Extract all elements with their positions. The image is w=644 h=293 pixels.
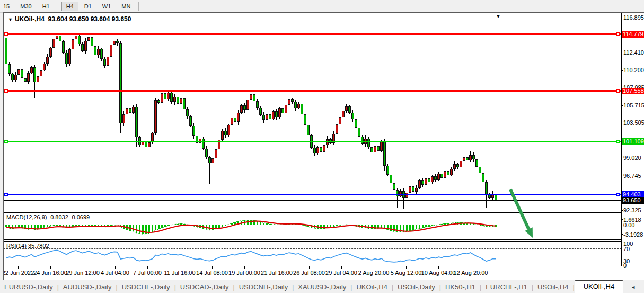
candle xyxy=(479,167,481,173)
macd-histogram-bar xyxy=(142,225,144,234)
macd-tick-mark xyxy=(621,225,623,225)
candle xyxy=(129,108,131,112)
candle xyxy=(275,111,278,117)
candle xyxy=(339,117,341,124)
resistance-upper-line[interactable] xyxy=(4,33,621,35)
chart-title: ▼UKOil-,H4 93.604 93.650 93.604 93.650 xyxy=(8,15,131,23)
tab-usdchf-daily[interactable]: USDCHF-,Daily xyxy=(118,281,174,293)
macd-histogram-bar xyxy=(161,225,163,228)
candle xyxy=(266,114,268,120)
macd-histogram-bar xyxy=(355,225,357,226)
candle xyxy=(161,93,163,103)
support-blue-marker[interactable] xyxy=(4,193,8,196)
macd-histogram-bar xyxy=(454,223,455,225)
candle xyxy=(240,105,243,112)
candle xyxy=(183,98,186,109)
macd-histogram-bar xyxy=(199,225,201,228)
macd-panel[interactable]: MACD(12,26,9) -0.8032 -0.0699 xyxy=(4,213,621,239)
price-panel[interactable]: ▼ xyxy=(4,13,621,211)
timeframe-button-mn[interactable]: MN xyxy=(117,2,135,11)
tab-ukoil-h4[interactable]: UKOil-,H4 xyxy=(575,280,624,293)
candle xyxy=(33,67,36,82)
candle xyxy=(374,146,376,152)
resistance-lower-line[interactable] xyxy=(4,90,621,92)
chart-shift-marker-icon[interactable]: ▼ xyxy=(496,13,501,19)
tab-usdcnh-daily[interactable]: USDCNH-,Daily xyxy=(235,281,292,293)
tab-hk50-h1[interactable]: HK50-,H1 xyxy=(441,281,480,293)
candle xyxy=(262,115,265,120)
rsi-panel[interactable]: RSI(14) 35.7802 xyxy=(4,242,621,266)
time-tick-mark xyxy=(212,266,213,269)
support-green-marker[interactable] xyxy=(616,140,620,143)
macd-histogram-bar xyxy=(263,223,264,225)
macd-histogram-bar xyxy=(91,225,93,226)
macd-histogram-bar xyxy=(266,223,268,225)
timeframe-button-15[interactable]: 15 xyxy=(0,2,14,11)
macd-histogram-bar xyxy=(253,220,255,225)
macd-histogram-bar xyxy=(374,225,376,229)
tab-xauusd-daily[interactable]: XAUUSD-,Daily xyxy=(294,281,350,293)
tab-audusd-daily[interactable]: AUDUSD-,Daily xyxy=(59,281,116,293)
candle xyxy=(202,139,205,149)
macd-histogram-bar xyxy=(183,224,185,225)
time-axis[interactable]: 22 Jun 202224 Jun 16:0029 Jun 12:004 Jul… xyxy=(4,266,621,280)
time-tick-mark xyxy=(277,266,277,269)
tab-scroll-arrows[interactable]: ◄ ► xyxy=(631,285,644,290)
macd-histogram-bar xyxy=(304,225,306,226)
tab-usdcad-daily[interactable]: USDCAD-,Daily xyxy=(176,281,233,293)
macd-histogram-bar xyxy=(53,225,55,226)
macd-histogram-bar xyxy=(101,225,102,226)
candle xyxy=(437,174,440,180)
support-blue-line[interactable] xyxy=(4,194,621,195)
tab-eurchf-h1[interactable]: EURCHF-,H1 xyxy=(481,281,532,293)
macd-axis-tick: -3.1928 xyxy=(623,231,643,238)
macd-histogram-bar xyxy=(330,225,331,228)
macd-histogram-bar xyxy=(228,225,230,225)
resistance-lower-marker[interactable] xyxy=(4,89,8,93)
macd-histogram-bar xyxy=(272,225,274,225)
macd-histogram-bar xyxy=(311,225,312,228)
time-tick-mark xyxy=(406,266,407,269)
price-axis[interactable]: 116.895112.410110.200107.985105.715103.5… xyxy=(622,13,644,280)
candle xyxy=(256,101,259,108)
tab-usoil-daily[interactable]: USOil-,Daily xyxy=(393,281,439,293)
candle xyxy=(447,171,449,175)
chevron-down-icon[interactable]: ▼ xyxy=(8,17,13,22)
candle xyxy=(186,109,189,116)
macd-histogram-bar xyxy=(237,221,239,225)
candle xyxy=(180,98,182,104)
tab-eurusd-daily[interactable]: EURUSD-,Daily xyxy=(0,281,57,293)
resistance-upper-marker[interactable] xyxy=(4,32,8,36)
resistance-upper-marker[interactable] xyxy=(616,32,620,36)
macd-histogram-bar xyxy=(451,223,452,224)
candle xyxy=(367,139,370,147)
timeframe-button-h1[interactable]: H1 xyxy=(38,2,55,11)
candle xyxy=(113,41,116,45)
macd-histogram-bar xyxy=(447,223,449,225)
candle xyxy=(59,36,61,42)
macd-histogram-bar xyxy=(314,225,315,229)
timeframe-button-m30[interactable]: M30 xyxy=(15,2,36,11)
timeframe-button-w1[interactable]: W1 xyxy=(98,2,116,11)
timeframe-button-h4[interactable]: H4 xyxy=(61,2,78,11)
resistance-lower-marker[interactable] xyxy=(616,89,620,93)
timeframe-button-d1[interactable]: D1 xyxy=(80,2,96,11)
price-tick: 105.715 xyxy=(623,102,644,108)
candle xyxy=(211,158,214,163)
macd-histogram-bar xyxy=(37,225,39,229)
tab-ukoil-h4[interactable]: UKOil-,H4 xyxy=(352,281,392,293)
candle xyxy=(291,99,294,102)
macd-histogram-bar xyxy=(295,224,296,225)
macd-histogram-bar xyxy=(164,225,166,227)
macd-histogram-bar xyxy=(396,225,398,232)
tab-usoil-h4[interactable]: USOil-,H4 xyxy=(533,281,573,293)
support-green-line[interactable] xyxy=(4,141,621,142)
candle xyxy=(65,53,68,64)
support-blue-marker[interactable] xyxy=(616,193,620,196)
support-green-marker[interactable] xyxy=(4,140,8,143)
macd-histogram-bar xyxy=(85,225,86,227)
macd-histogram-bar xyxy=(463,223,465,225)
macd-histogram-bar xyxy=(190,225,191,226)
macd-histogram-bar xyxy=(215,225,217,229)
candle xyxy=(81,44,84,51)
